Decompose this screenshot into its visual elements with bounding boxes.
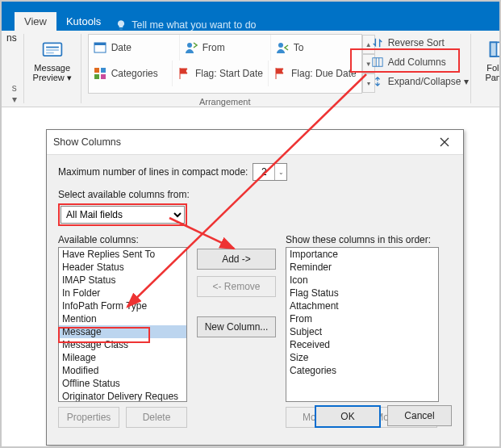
gallery-flag-due-label: Flag: Due Date bbox=[291, 68, 357, 79]
list-item[interactable]: Received bbox=[286, 338, 438, 351]
close-icon bbox=[440, 137, 449, 147]
person-from-icon bbox=[185, 41, 198, 54]
tab-view[interactable]: View bbox=[15, 12, 56, 31]
list-item[interactable]: Originator Delivery Reques bbox=[59, 390, 186, 402]
gallery-to-label: To bbox=[294, 42, 304, 53]
arrangement-group-label: Arrangement bbox=[83, 97, 367, 107]
expand-collapse-button[interactable]: Expand/Collapse ▾ bbox=[372, 73, 469, 90]
calendar-icon bbox=[94, 41, 106, 54]
svg-rect-12 bbox=[373, 58, 382, 67]
expand-collapse-label: Expand/Collapse ▾ bbox=[388, 76, 469, 87]
truncated-group-a: ns bbox=[6, 32, 17, 44]
maxlines-spinner[interactable]: ⌄ bbox=[253, 163, 287, 181]
flag-icon bbox=[177, 67, 190, 80]
list-item[interactable]: Message bbox=[59, 325, 186, 338]
gallery-flag-due[interactable]: Flag: Due Date bbox=[269, 61, 361, 86]
maxlines-input[interactable] bbox=[253, 165, 274, 178]
close-button[interactable] bbox=[432, 132, 457, 152]
dialog-title: Show Columns bbox=[53, 136, 121, 148]
list-item[interactable]: Have Replies Sent To bbox=[59, 248, 186, 261]
gallery-from[interactable]: From bbox=[180, 35, 271, 61]
available-label: Available columns: bbox=[58, 234, 187, 245]
ok-button[interactable]: OK bbox=[315, 405, 381, 428]
list-item[interactable]: Icon bbox=[286, 274, 438, 287]
list-item[interactable]: Modified bbox=[59, 364, 186, 377]
lightbulb-icon bbox=[115, 19, 127, 31]
list-item[interactable]: Subject bbox=[286, 325, 438, 338]
gallery-date[interactable]: Date bbox=[89, 35, 180, 61]
truncated-group-b: s ▾ bbox=[6, 82, 17, 105]
svg-point-6 bbox=[187, 43, 192, 48]
list-item[interactable]: IMAP Status bbox=[59, 274, 186, 287]
remove-button: <- Remove bbox=[197, 276, 276, 297]
available-listbox[interactable]: Have Replies Sent ToHeader StatusIMAP St… bbox=[58, 247, 187, 402]
delete-button: Delete bbox=[126, 407, 187, 428]
svg-rect-10 bbox=[94, 74, 99, 79]
svg-point-7 bbox=[278, 43, 283, 48]
svg-rect-16 bbox=[490, 42, 496, 57]
reverse-sort-icon bbox=[372, 37, 383, 48]
list-item[interactable]: Mileage bbox=[59, 351, 186, 364]
cancel-button[interactable]: Cancel bbox=[387, 405, 452, 426]
gallery-flag-start[interactable]: Flag: Start Date bbox=[173, 61, 269, 86]
message-preview-button[interactable]: Message Preview ▾ bbox=[31, 32, 74, 89]
expand-collapse-icon bbox=[372, 76, 383, 87]
spinner-toggle-icon[interactable]: ⌄ bbox=[274, 164, 286, 180]
properties-button: Properties bbox=[58, 407, 119, 428]
svg-rect-8 bbox=[94, 68, 99, 73]
list-item[interactable]: Attachment bbox=[286, 299, 438, 312]
gallery-from-label: From bbox=[202, 42, 225, 53]
list-item[interactable]: From bbox=[286, 312, 438, 325]
select-from-combo[interactable]: All Mail fields bbox=[61, 206, 185, 224]
gallery-flag-start-label: Flag: Start Date bbox=[195, 68, 263, 79]
list-item[interactable]: InfoPath Form Type bbox=[59, 299, 186, 312]
tell-me-label: Tell me what you want to do bbox=[132, 19, 256, 31]
order-listbox[interactable]: ImportanceReminderIconFlag StatusAttachm… bbox=[286, 247, 439, 402]
message-preview-label: Message Preview ▾ bbox=[33, 63, 72, 82]
tell-me[interactable]: Tell me what you want to do bbox=[115, 19, 256, 31]
flag-icon bbox=[273, 67, 286, 80]
list-item[interactable]: Importance bbox=[286, 248, 438, 261]
list-item[interactable]: Categories bbox=[286, 364, 438, 377]
tab-kutools[interactable]: Kutools bbox=[56, 12, 111, 31]
list-item[interactable]: Reminder bbox=[286, 261, 438, 274]
list-item[interactable]: Message Class bbox=[59, 338, 186, 351]
person-to-icon bbox=[276, 41, 289, 54]
list-item[interactable]: Size bbox=[286, 351, 438, 364]
list-item[interactable]: Flag Status bbox=[286, 287, 438, 299]
new-column-button[interactable]: New Column... bbox=[197, 316, 276, 337]
folder-pane-icon bbox=[488, 39, 501, 61]
gallery-categories-label: Categories bbox=[111, 68, 158, 79]
gallery-to[interactable]: To bbox=[271, 35, 361, 61]
svg-rect-11 bbox=[101, 74, 106, 79]
list-item[interactable]: Mention bbox=[59, 312, 186, 325]
categories-icon bbox=[94, 67, 106, 80]
list-item[interactable]: Offline Status bbox=[59, 377, 186, 390]
reverse-sort-label: Reverse Sort bbox=[388, 37, 445, 48]
select-from-label: Select available columns from: bbox=[58, 189, 452, 200]
maxlines-label: Maximum number of lines in compact mode: bbox=[58, 166, 248, 178]
message-preview-icon bbox=[41, 39, 64, 61]
gallery-categories[interactable]: Categories bbox=[89, 61, 173, 86]
reverse-sort-button[interactable]: Reverse Sort bbox=[372, 34, 469, 52]
show-columns-dialog: Show Columns Maximum number of lines in … bbox=[46, 129, 464, 446]
add-columns-label: Add Columns bbox=[388, 57, 446, 68]
folder-pane-button[interactable]: Folder Pane ▾ bbox=[478, 32, 501, 89]
gallery-date-label: Date bbox=[111, 42, 132, 53]
tab-strip: View Kutools Tell me what you want to do bbox=[2, 10, 499, 31]
combo-highlight: All Mail fields bbox=[58, 203, 187, 226]
folder-pane-label: Folder Pane ▾ bbox=[485, 63, 501, 82]
add-columns-button[interactable]: Add Columns bbox=[372, 53, 469, 71]
svg-rect-9 bbox=[101, 68, 106, 73]
add-button[interactable]: Add -> bbox=[197, 249, 276, 270]
list-item[interactable]: Header Status bbox=[59, 261, 186, 274]
order-label: Show these columns in this order: bbox=[286, 234, 439, 245]
add-columns-icon bbox=[372, 57, 383, 68]
ribbon: ns s ▾ Message Preview ▾ Date bbox=[2, 31, 499, 107]
arrangement-gallery[interactable]: Date From To Categories bbox=[88, 34, 362, 94]
list-item[interactable]: In Folder bbox=[59, 287, 186, 299]
svg-rect-5 bbox=[94, 43, 106, 45]
